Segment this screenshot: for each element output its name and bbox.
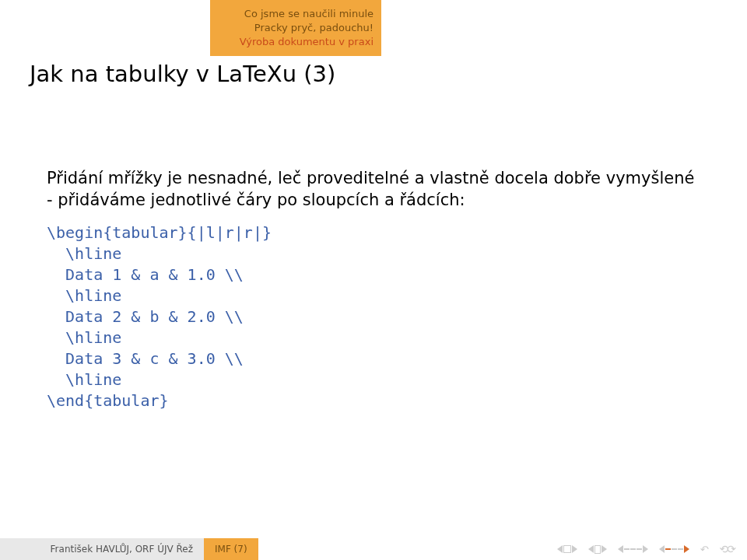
slide-box-icon [563,545,571,553]
prev-section-icon [618,545,623,553]
nav-subsection-prev-next[interactable] [659,545,689,553]
nav-back-icon[interactable]: ↶ [700,544,709,555]
header-item-2[interactable]: Pracky pryč, padouchu! [254,21,374,35]
nav-slide-prev-next[interactable] [557,545,577,553]
footer: František HAVLŮJ, ORF ÚJV Řež IMF (7) [0,538,747,560]
next-frame-icon [601,545,607,553]
code-block: \begin{tabular}{|l|r|r|} \hline Data 1 &… [47,222,700,411]
footer-author: František HAVLŮJ, ORF ÚJV Řež [0,538,204,560]
prev-slide-icon [557,545,563,553]
prev-frame-icon [588,545,594,553]
next-section-icon [643,545,648,553]
slide-content: Přidání mřížky je nesnadné, leč provedit… [47,167,700,411]
frame-box-icon [594,545,601,554]
prev-subsection-icon [659,545,665,553]
header-item-3[interactable]: Výroba dokumentu v praxi [240,35,374,49]
nav-search-icon[interactable]: ⟲⟳ [720,543,735,555]
header-item-1[interactable]: Co jsme se naučili minule [244,7,374,21]
beamer-nav: ↶ ⟲⟳ [557,543,735,555]
section-header: Co jsme se naučili minule Pracky pryč, p… [210,0,381,56]
page-title: Jak na tabulky v LaTeXu (3) [30,61,335,87]
body-paragraph: Přidání mřížky je nesnadné, leč provedit… [47,167,700,212]
nav-section-prev-next[interactable] [618,545,648,553]
nav-frame-prev-next[interactable] [588,545,607,554]
next-slide-icon [572,545,577,553]
footer-short-title: IMF (7) [204,538,258,560]
section-lines-icon [624,548,642,550]
subsection-lines-icon [665,548,683,550]
next-subsection-icon [684,545,689,553]
